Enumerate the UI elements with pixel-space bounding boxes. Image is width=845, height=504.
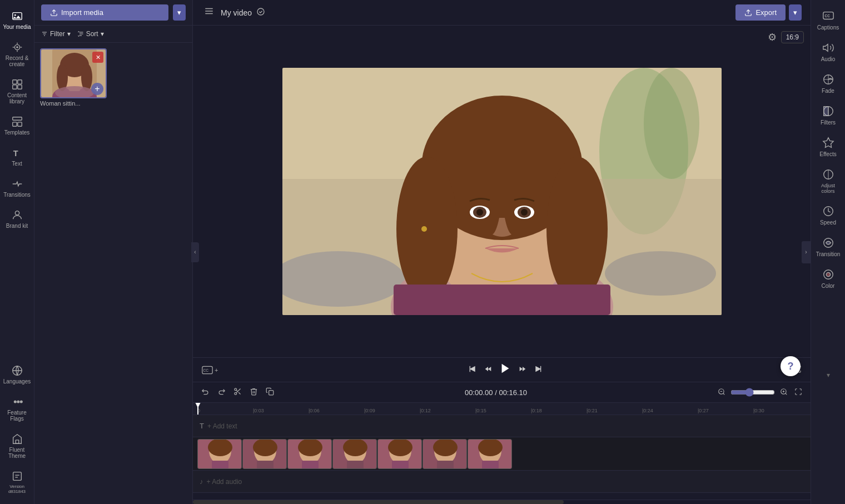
panel-toolbar: Import media ▾ — [34, 0, 192, 26]
video-track — [193, 437, 811, 471]
right-sidebar-label-adjust-colors: Adjustcolors — [821, 183, 835, 194]
fast-forward-button[interactable] — [518, 365, 527, 376]
zoom-slider[interactable] — [730, 388, 775, 397]
play-pause-button[interactable] — [499, 362, 511, 377]
ruler-tick-30: |0:30 — [753, 408, 764, 413]
sort-button[interactable]: Sort ▾ — [77, 30, 104, 38]
right-sidebar-label-color: Color — [822, 283, 835, 289]
hamburger-button[interactable] — [202, 4, 216, 21]
top-bar-left: My video — [202, 4, 265, 21]
media-thumb-woman[interactable]: ✕ + Add to timeline — [40, 48, 107, 98]
video-clip-6[interactable] — [422, 439, 467, 469]
media-grid: ✕ + Add to timeline Woman sittin... ☛ — [34, 43, 192, 504]
export-button[interactable]: Export — [735, 4, 786, 21]
right-sidebar-label-speed: Speed — [820, 219, 836, 226]
right-sidebar-item-filters[interactable]: Filters — [811, 101, 845, 130]
right-sidebar: CC Captions Audio Fade Filters Effects A… — [811, 0, 845, 504]
save-icon[interactable] — [256, 7, 265, 18]
sidebar-item-languages[interactable]: Languages — [0, 360, 34, 389]
export-dropdown-button[interactable]: ▾ — [789, 4, 802, 21]
timeline-scroll-thumb[interactable] — [193, 500, 564, 504]
sidebar-item-brand-kit[interactable]: Brand kit — [0, 204, 34, 233]
delete-button[interactable] — [248, 386, 260, 399]
svg-rect-114 — [482, 461, 499, 469]
svg-line-78 — [236, 390, 237, 391]
filter-button[interactable]: Filter ▾ — [41, 30, 71, 38]
playback-center — [468, 362, 543, 377]
zoom-out-button[interactable] — [716, 386, 727, 399]
right-sidebar-item-effects[interactable]: Effects — [811, 132, 845, 162]
right-sidebar-label-transition: Transition — [816, 251, 841, 257]
delete-media-button[interactable]: ✕ — [92, 52, 103, 63]
right-sidebar-item-fade[interactable]: Fade — [811, 69, 845, 98]
timeline-playhead[interactable] — [197, 403, 198, 415]
sidebar-item-content-library[interactable]: Contentlibrary — [0, 74, 34, 109]
svg-marker-117 — [823, 44, 827, 52]
svg-line-81 — [723, 393, 725, 395]
sidebar-label-record-create: Record &create — [6, 55, 29, 67]
svg-point-58 — [546, 157, 608, 301]
video-clip-1[interactable] — [197, 439, 242, 469]
svg-point-18 — [14, 401, 16, 403]
sidebar-label-version: Versiond831843 — [8, 484, 26, 494]
svg-line-84 — [786, 393, 787, 395]
add-to-timeline-inline-button[interactable]: + — [91, 83, 103, 95]
right-sidebar-item-color[interactable]: Color — [811, 264, 845, 293]
right-sidebar-item-transition[interactable]: Transition — [811, 232, 845, 262]
right-panel-collapse-button[interactable]: › — [802, 241, 811, 263]
svg-point-1 — [14, 14, 16, 16]
sidebar-item-text[interactable]: T Text — [0, 142, 34, 171]
svg-point-126 — [826, 272, 830, 276]
right-sidebar-item-speed[interactable]: Speed — [811, 201, 845, 230]
sidebar-item-transitions[interactable]: Transitions — [0, 173, 34, 202]
text-track: T + Add text — [193, 415, 811, 437]
video-clip-2[interactable] — [242, 439, 287, 469]
media-item-0: ✕ + Add to timeline Woman sittin... ☛ — [40, 48, 107, 498]
sidebar-item-record-create[interactable]: Record &create — [0, 37, 34, 72]
timeline-time-display: 00:00.00 / 00:16.10 — [465, 387, 527, 397]
video-clip-7[interactable] — [468, 439, 512, 469]
panel-collapse-button[interactable]: ‹ — [191, 242, 199, 262]
undo-button[interactable] — [200, 386, 211, 399]
right-sidebar-item-captions[interactable]: CC Captions — [811, 6, 845, 35]
video-preview — [193, 26, 811, 357]
text-track-add-label: T + Add text — [193, 422, 237, 430]
rewind-button[interactable] — [484, 365, 493, 376]
svg-rect-11 — [17, 85, 21, 89]
preview-settings-icon[interactable]: ⚙ — [768, 31, 777, 43]
right-sidebar-item-adjust-colors[interactable]: Adjustcolors — [811, 164, 845, 198]
svg-rect-22 — [13, 472, 21, 481]
fit-to-window-button[interactable] — [793, 386, 804, 399]
redo-button[interactable] — [216, 386, 227, 399]
svg-point-75 — [235, 392, 237, 395]
sidebar-item-feature-flags[interactable]: FeatureFlags — [0, 391, 34, 426]
aspect-ratio-badge: 16:9 — [781, 31, 804, 43]
captions-button[interactable]: CC + — [202, 366, 218, 375]
svg-rect-13 — [12, 122, 16, 126]
svg-marker-72 — [536, 366, 541, 372]
help-button[interactable]: ? — [781, 356, 801, 376]
import-media-dropdown-button[interactable]: ▾ — [173, 4, 186, 21]
cut-button[interactable] — [232, 386, 243, 399]
right-sidebar-label-filters: Filters — [821, 119, 836, 126]
right-sidebar-item-audio[interactable]: Audio — [811, 37, 845, 67]
video-clip-3[interactable] — [287, 439, 332, 469]
skip-to-end-button[interactable] — [534, 365, 543, 376]
timeline-tools-right — [716, 386, 804, 399]
svg-marker-121 — [823, 138, 833, 147]
sidebar-label-transitions: Transitions — [3, 192, 31, 198]
timeline-ruler: 0 |0:03 |0:06 |0:09 |0:12 |0:15 |0:18 |0… — [193, 403, 811, 415]
sidebar-item-your-media[interactable]: Your media — [0, 6, 34, 34]
sidebar-item-templates[interactable]: Templates — [0, 111, 34, 140]
import-media-button[interactable]: Import media — [41, 4, 168, 21]
svg-point-51 — [605, 251, 716, 296]
skip-to-start-button[interactable] — [468, 365, 477, 376]
right-sidebar-scroll-down[interactable]: ▾ — [811, 371, 845, 379]
video-clip-5[interactable] — [377, 439, 422, 469]
video-clip-4[interactable] — [332, 439, 377, 469]
duplicate-button[interactable] — [264, 386, 276, 399]
timeline-scrollbar[interactable] — [193, 500, 811, 504]
sidebar-item-fluent-theme[interactable]: FluentTheme — [0, 428, 34, 463]
playback-controls: CC + — [193, 357, 811, 382]
zoom-in-button[interactable] — [778, 386, 789, 399]
